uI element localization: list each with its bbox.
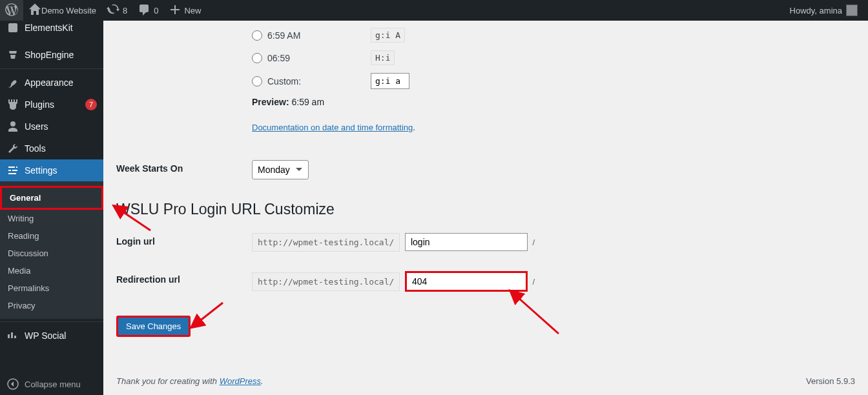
plugin-icon [6,21,19,34]
plus-icon [169,3,181,18]
update-icon [107,3,119,18]
sidebar-item-wpsocial[interactable]: WP Social [0,325,103,347]
comments-link[interactable]: 0 [132,0,163,21]
sidebar-item-label: Users [25,121,97,132]
account-link[interactable]: Howdy, amina [785,5,863,16]
collapse-label: Collapse menu [25,380,81,389]
time-code: g:i A [371,28,405,43]
submenu-media[interactable]: Media [0,262,103,279]
submenu-reading[interactable]: Reading [0,227,103,245]
login-url-input[interactable] [405,233,528,251]
submenu-label: Discussion [8,248,48,258]
date-time-doc-link[interactable]: Documentation on date and time formattin… [252,123,413,132]
updates-link[interactable]: 8 [101,0,132,21]
sidebar-item-settings[interactable]: Settings [0,159,103,181]
submenu-label: General [10,193,41,203]
updates-count: 8 [119,6,127,15]
time-radio-1[interactable] [252,30,262,41]
time-code: H:i [371,50,395,65]
avatar [846,5,858,16]
sidebar-item-label: ShopEngine [25,50,97,60]
time-radio-label: 06:59 [267,53,371,63]
footer-version: Version 5.9.3 [806,376,855,386]
svg-rect-3 [14,336,16,338]
admin-sidebar: ElementsKit ShopEngine Appearance Plugin… [0,21,103,395]
url-prefix: http://wpmet-testing.local/ [252,233,400,252]
submenu-label: Privacy [8,301,36,310]
time-format-option[interactable]: Custom: [252,73,849,89]
sidebar-item-tools[interactable]: Tools [0,137,103,159]
plugins-badge: 7 [85,99,97,110]
time-radio-label: 6:59 AM [267,30,371,41]
time-format-option[interactable]: 6:59 AM g:i A [252,28,849,43]
custom-time-format-input[interactable] [371,73,409,89]
time-radio-custom[interactable] [252,76,262,86]
howdy-text: Howdy, amina [790,6,842,15]
new-link[interactable]: New [163,0,206,21]
submenu-general[interactable]: General [0,186,103,210]
week-starts-label: Week Starts On [116,150,245,189]
sidebar-item-label: WP Social [25,330,97,341]
comments-count: 0 [150,6,158,15]
submenu-label: Permalinks [8,283,49,293]
social-icon [6,329,19,342]
time-format-option[interactable]: 06:59 H:i [252,50,849,65]
preview-label: Preview: [252,97,289,107]
login-url-label: Login url [116,223,245,261]
wrench-icon [6,142,19,155]
sidebar-item-plugins[interactable]: Plugins 7 [0,94,103,116]
svg-rect-0 [8,23,17,32]
brush-icon [6,76,19,89]
sidebar-item-appearance[interactable]: Appearance [0,72,103,94]
time-radio-2[interactable] [252,53,262,63]
submenu-label: Media [8,266,30,276]
submenu-permalinks[interactable]: Permalinks [0,279,103,297]
week-starts-select[interactable]: Monday [252,160,309,179]
content-area: 6:59 AM g:i A 06:59 H:i Custom: [103,21,868,395]
new-label: New [181,6,201,15]
time-radio-label: Custom: [267,76,371,86]
time-preview: Preview: 6:59 am [252,97,849,107]
footer-wp-link[interactable]: WordPress [220,376,261,386]
submenu-discussion[interactable]: Discussion [0,245,103,262]
footer: Thank you for creating with WordPress. V… [103,369,868,392]
plug-icon [6,98,19,111]
admin-bar: Demo Website 8 0 New [0,0,868,21]
home-icon [28,3,41,18]
svg-rect-1 [8,334,10,338]
sidebar-item-users[interactable]: Users [0,116,103,137]
collapse-menu[interactable]: Collapse menu [0,373,103,395]
preview-value: 6:59 am [291,97,324,107]
settings-submenu: General Writing Reading Discussion Media… [0,181,103,319]
redirect-url-input[interactable] [405,271,528,292]
collapse-icon [6,378,19,390]
url-suffix: / [533,238,535,247]
submenu-writing[interactable]: Writing [0,210,103,227]
submenu-label: Writing [8,214,34,223]
sidebar-item-label: Settings [25,165,97,176]
wslu-heading: WSLU Pro Login URL Customize [116,201,855,218]
user-icon [6,120,19,133]
sidebar-item-label: ElementsKit [25,23,97,33]
sliders-icon [6,164,19,177]
sidebar-item-label: Appearance [25,77,97,88]
sidebar-item-label: Tools [25,143,97,154]
wordpress-icon [5,3,18,18]
sidebar-item-shopengine[interactable]: ShopEngine [0,44,103,66]
wp-logo[interactable] [0,0,23,21]
site-name-link[interactable]: Demo Website [23,0,101,21]
submenu-privacy[interactable]: Privacy [0,297,103,314]
url-prefix: http://wpmet-testing.local/ [252,272,400,291]
save-changes-button[interactable]: Save Changes [116,316,191,337]
svg-rect-2 [11,332,13,338]
submenu-label: Reading [8,231,39,241]
comment-icon [138,3,150,18]
footer-thanks-pre: Thank you for creating with [116,376,220,386]
redirect-url-label: Redirection url [116,261,245,301]
url-suffix: / [533,277,535,287]
site-name: Demo Website [41,6,96,15]
shopengine-icon [6,48,19,61]
sidebar-item-label: Plugins [25,99,83,110]
footer-thanks-post: . [261,376,264,386]
